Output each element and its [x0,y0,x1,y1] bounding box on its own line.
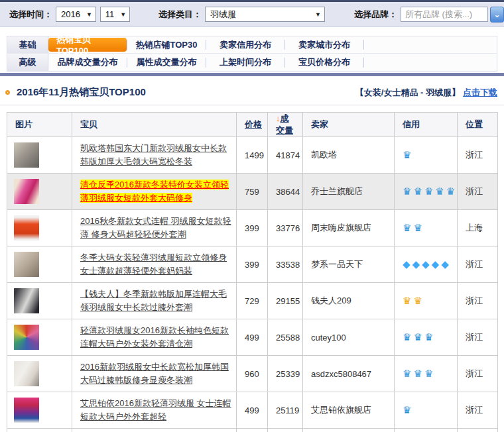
product-title-link[interactable]: 2016新款羽绒服女中长款宽松加厚韩国大码过膝韩版修身显瘦冬装潮 [80,362,229,385]
volume-cell: 33776 [268,210,303,246]
location-cell: 上海 [458,210,498,246]
product-thumbnail[interactable] [14,252,39,277]
brand-selector: 所有品牌 (搜索...) ⌄ [401,7,504,23]
product-title-link[interactable]: 凯欧塔韩国东大门新款羽绒服女中长款韩版加厚大毛领大码宽松冬装 [80,143,227,166]
section-header: 2016年11月热销宝贝TOP100 【女装/女士精品 - 羽绒服】 点击下载 [5,86,497,99]
tab-hot-items-top100[interactable]: 热销宝贝TOP100 [48,38,127,52]
product-title-link[interactable]: 2016秋冬新款女式连帽 羽绒服女短款轻薄 修身大码超轻轻便外套潮 [80,216,231,239]
credit-crown-icons: ♛♛♛ [403,368,435,379]
credit-diamond-icons: ◆◆◆◆◆ [403,258,451,270]
table-row: 2016新款羽绒服女中长款宽松加厚韩国大码过膝韩版修身显瘦冬装潮 960 253… [7,356,498,392]
credit-crown-icons: ♛ [403,149,413,160]
download-link[interactable]: 点击下载 [463,87,497,99]
product-thumbnail[interactable] [14,179,39,204]
month-select-value: 11 [105,9,115,19]
advanced-tab-row: 高级 品牌成交量分布 属性成交量分布 上架时间分布 宝贝价格分布 [7,54,497,71]
volume-cell: 29155 [268,283,303,319]
month-select[interactable]: 11 ▼ [100,7,130,22]
tab-brand-volume-distribution[interactable]: 品牌成交量分布 [52,56,123,68]
credit-crown-icons: ♛♛♛ [403,331,435,343]
product-thumbnail[interactable] [14,288,39,313]
tab-seller-city-distribution[interactable]: 卖家城市分布 [293,39,355,51]
table-row: 茵田2016新款韩版修身轻薄反季清仓羽绒服女短款连帽外套潮 ♛♛ [7,429,498,432]
product-title-link[interactable]: 冬季大码女装轻薄羽绒服短款立领修身女士薄款超薄轻便外套妈妈装 [80,252,227,276]
product-title-link[interactable]: 【钱夫人】冬季新款韩版加厚连帽大毛领羽绒服女中长款过膝外套潮 [80,289,227,312]
tab-seller-credit-distribution[interactable]: 卖家信用分布 [214,39,277,51]
volume-cell: 33538 [268,246,303,283]
price-cell: 499 [237,319,268,356]
chevron-down-icon: ⌄ [493,10,500,19]
seller-cell: 周末嗨皮旗舰店 [303,210,395,246]
seller-cell: 梦系一品天下 [303,246,395,283]
table-row: 轻薄款羽绒服女2016新款长袖纯色短款连帽大码户外女装外套清仓潮 499 255… [7,319,498,356]
header-item: 宝贝 [72,113,237,137]
product-title-link[interactable]: 艾思铂依2016新款轻薄羽绒服 女士连帽短款大码户外外套超轻 [80,398,231,421]
time-filter-label: 选择时间： [9,9,52,21]
seller-cell: 艾思铂依旗舰店 [303,392,395,429]
tab-item-price-distribution[interactable]: 宝贝价格分布 [293,56,355,68]
credit-crown-icons: ♛♛♛♛♛ [403,186,457,197]
tab-hot-shops-top30[interactable]: 热销店铺TOP30 [131,39,203,51]
header-price: 价格 [237,113,268,137]
price-cell [237,429,268,432]
table-row: 冬季大码女装轻薄羽绒服短款立领修身女士薄款超薄轻便外套妈妈装 399 33538… [7,246,498,283]
section-divider-bar [0,73,504,76]
product-thumbnail[interactable] [14,361,39,386]
category-filter-label: 选择类目： [158,9,202,21]
year-select-value: 2016 [61,9,80,19]
tab-attribute-volume-distribution[interactable]: 属性成交量分布 [131,56,202,68]
price-cell: 960 [237,356,268,392]
table-header-row: 图片 宝贝 价格 ↓成交量 卖家 信用 位置 [7,113,498,137]
location-cell: 浙江 [458,137,498,174]
price-cell: 759 [237,174,268,210]
brand-filter-label: 选择品牌： [354,9,397,21]
table-row: 艾思铂依2016新款轻薄羽绒服 女士连帽短款大码户外外套超轻 499 25119… [7,392,498,429]
price-sort-link[interactable]: 价格 [245,119,262,129]
category-select[interactable]: 羽绒服 ▼ [205,7,325,22]
advanced-tabs-label: 高级 [7,54,48,71]
header-credit: 信用 [395,113,458,137]
category-select-value: 羽绒服 [210,9,236,21]
table-row: 清仓反季2016新款冬装特价女装立领轻薄羽绒服女短款外套大码修身 759 386… [7,174,498,210]
table-row: 2016秋冬新款女式连帽 羽绒服女短款轻薄 修身大码超轻轻便外套潮 399 33… [7,210,498,246]
product-thumbnail[interactable] [14,142,39,168]
credit-crown-icons: ♛♛ [403,222,424,233]
location-cell: 浙江 [458,319,498,356]
price-cell: 499 [237,392,268,429]
price-cell: 729 [237,283,268,319]
header-rule [0,105,504,105]
filter-bar: 选择时间： 2016 ▼ 11 ▼ 选择类目： 羽绒服 ▼ 选择品牌： 所有品牌… [0,0,504,27]
page-title: 2016年11月热销宝贝TOP100 [17,86,146,99]
brand-search-input[interactable]: 所有品牌 (搜索...) [401,7,488,22]
header-seller: 卖家 [303,113,395,137]
product-thumbnail[interactable] [14,398,39,423]
product-thumbnail[interactable] [14,325,39,350]
year-select[interactable]: 2016 ▼ [56,7,96,22]
credit-gold-crown-icons: ♛♛ [403,295,424,306]
location-cell: 浙江 [458,356,498,392]
brand-dropdown-button[interactable]: ⌄ [490,7,504,23]
top100-table: 图片 宝贝 价格 ↓成交量 卖家 信用 位置 凯欧塔韩国东大门新款羽绒服女中长款… [7,112,498,432]
seller-cell: asdzxc5808467 [303,356,395,392]
seller-cell [303,429,395,432]
product-title-link[interactable]: 清仓反季2016新款冬装特价女装立领轻薄羽绒服女短款外套大码修身 [80,180,229,203]
chevron-down-icon: ▼ [315,11,321,18]
tab-listing-time-distribution[interactable]: 上架时间分布 [214,56,277,68]
price-cell: 399 [237,210,268,246]
volume-cell: 25339 [268,356,303,392]
location-cell: 浙江 [458,174,498,210]
volume-cell: 25588 [268,319,303,356]
seller-cell: 凯欧塔 [303,137,395,174]
product-thumbnail[interactable] [14,215,39,241]
location-cell: 浙江 [458,246,498,283]
location-cell: 浙江 [458,283,498,319]
product-title-link[interactable]: 轻薄款羽绒服女2016新款长袖纯色短款连帽大码户外女装外套清仓潮 [80,325,229,349]
location-cell [458,429,498,432]
table-row: 凯欧塔韩国东大门新款羽绒服女中长款韩版加厚大毛领大码宽松冬装 1499 4187… [7,137,498,174]
volume-cell: 25119 [268,392,303,429]
price-cell: 1499 [237,137,268,174]
category-breadcrumb: 【女装/女士精品 - 羽绒服】 [355,87,460,99]
seller-cell: cutey100 [303,319,395,356]
basic-tabs-label: 基础 [7,36,48,53]
seller-cell: 乔士兰旗舰店 [303,174,395,210]
